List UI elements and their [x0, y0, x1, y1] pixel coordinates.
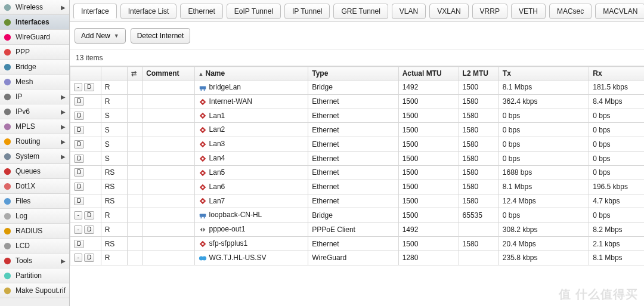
disable-button[interactable]: D [84, 211, 94, 220]
lcd-icon [3, 242, 12, 251]
col-flags[interactable] [101, 67, 128, 81]
sidebar-item-files[interactable]: Files [0, 194, 69, 209]
sidebar-item-mpls[interactable]: MPLS▶ [0, 119, 69, 134]
cell-actions: D [70, 194, 101, 208]
disable-button[interactable]: D [74, 126, 84, 134]
sidebar-item-label: IPv6 [16, 107, 57, 116]
sidebar-item-mesh[interactable]: Mesh [0, 75, 69, 89]
tab-interface[interactable]: Interface [73, 4, 117, 19]
cell-name: Lan5 [194, 165, 308, 180]
add-new-button[interactable]: Add New ▼ [75, 28, 126, 44]
cell-reorder [128, 152, 143, 166]
disable-button[interactable]: D [84, 254, 94, 262]
tab-ip-tunnel[interactable]: IP Tunnel [284, 4, 330, 19]
cell-actual-mtu: 1500 [398, 94, 459, 109]
sidebar-item-ipv6[interactable]: IPv6▶ [0, 104, 69, 119]
disable-button[interactable]: D [74, 97, 84, 106]
cell-actual-mtu: 1500 [398, 165, 459, 180]
collapse-button[interactable]: - [74, 211, 82, 220]
table-row[interactable]: DSLan4Ethernet150015800 bps0 bps [70, 152, 644, 166]
svg-point-17 [4, 257, 11, 264]
tab-vlan[interactable]: VLAN [392, 4, 426, 19]
tab-ethernet[interactable]: Ethernet [180, 4, 222, 19]
tab-vxlan[interactable]: VXLAN [429, 4, 468, 19]
col-rx[interactable]: Rx [589, 67, 644, 81]
system-icon [3, 152, 12, 161]
disable-button[interactable]: D [74, 112, 84, 120]
col-l2-mtu[interactable]: L2 MTU [459, 67, 499, 81]
sidebar-item-interfaces[interactable]: Interfaces [0, 15, 69, 30]
table-row[interactable]: -DRbridgeLanBridge149215008.1 Mbps181.5 … [70, 81, 644, 95]
cell-type: PPPoE Client [308, 222, 398, 237]
sidebar-item-tools[interactable]: Tools▶ [0, 254, 69, 268]
disable-button[interactable]: D [74, 197, 84, 205]
sidebar-item-label: Bridge [16, 63, 66, 71]
col-type[interactable]: Type [308, 67, 398, 81]
sidebar-item-bridge[interactable]: Bridge [0, 60, 69, 75]
cell-flags: RS [101, 194, 128, 208]
col-actions[interactable] [70, 67, 101, 81]
cell-tx: 362.4 kbps [499, 94, 589, 109]
sidebar-item-log[interactable]: Log [0, 209, 69, 224]
collapse-button[interactable]: - [74, 254, 82, 262]
tab-macvlan[interactable]: MACVLAN [595, 4, 644, 19]
disable-button[interactable]: D [74, 240, 84, 248]
tab-vrrp[interactable]: VRRP [472, 4, 507, 19]
sidebar-item-wireguard[interactable]: WireGuard [0, 30, 69, 45]
sidebar-item-partition[interactable]: Partition [0, 268, 69, 283]
sidebar-item-queues[interactable]: Queues [0, 164, 69, 179]
sidebar-item-label: Files [16, 197, 66, 205]
sidebar-item-ppp[interactable]: PPP [0, 45, 69, 60]
table-row[interactable]: -DRWG.TJ.HL-US.SVWireGuard1280235.8 kbps… [70, 251, 644, 265]
sidebar-item-label: Tools [16, 256, 57, 265]
svg-point-8 [4, 123, 11, 129]
table-row[interactable]: DRSsfp-sfpplus1Ethernet1500158020.4 Mbps… [70, 237, 644, 251]
tab-eoip-tunnel[interactable]: EoIP Tunnel [227, 4, 281, 19]
sidebar-item-make-supout-rif[interactable]: Make Supout.rif [0, 283, 69, 298]
cell-tx: 0 bps [499, 123, 589, 137]
table-row[interactable]: DSLan3Ethernet150015800 bps0 bps [70, 137, 644, 152]
col-name[interactable]: ▲Name [194, 67, 308, 81]
table-row[interactable]: DRSLan5Ethernet150015801688 bps0 bps [70, 165, 644, 180]
table-row[interactable]: DRSLan6Ethernet150015808.1 Mbps196.5 kbp… [70, 180, 644, 194]
disable-button[interactable]: D [84, 225, 94, 234]
svg-point-15 [4, 227, 11, 234]
collapse-button[interactable]: - [74, 225, 82, 234]
cell-rx: 0 bps [589, 123, 644, 137]
table-row[interactable]: -DRpppoe-out1PPPoE Client1492308.2 kbps8… [70, 222, 644, 237]
sidebar-item-dot1x[interactable]: Dot1X [0, 179, 69, 194]
tab-macsec[interactable]: MACsec [549, 4, 592, 19]
cell-rx: 8.1 Mbps [589, 251, 644, 265]
cell-comment [143, 123, 194, 137]
toolbar: Add New ▼ Detect Internet [70, 22, 644, 50]
disable-button[interactable]: D [74, 140, 84, 149]
svg-rect-22 [203, 89, 205, 91]
disable-button[interactable]: D [74, 183, 84, 191]
sidebar-item-radius[interactable]: RADIUS [0, 224, 69, 239]
col-reorder[interactable]: ⇄ [128, 67, 143, 81]
disable-button[interactable]: D [84, 83, 94, 91]
cell-reorder [128, 165, 143, 180]
tab-veth[interactable]: VETH [511, 4, 546, 19]
collapse-button[interactable]: - [74, 83, 82, 91]
col-tx[interactable]: Tx [499, 67, 589, 81]
sidebar-item-wireless[interactable]: Wireless▶ [0, 0, 69, 15]
detect-internet-button[interactable]: Detect Internet [131, 28, 191, 44]
table-row[interactable]: -DRloopback-CN-HLBridge1500655350 bps0 b… [70, 208, 644, 222]
table-row[interactable]: DSLan2Ethernet150015800 bps0 bps [70, 123, 644, 137]
col-actual-mtu[interactable]: Actual MTU [398, 67, 459, 81]
tab-gre-tunnel[interactable]: GRE Tunnel [333, 4, 388, 19]
sidebar-item-lcd[interactable]: LCD [0, 239, 69, 254]
disable-button[interactable]: D [74, 168, 84, 177]
disable-button[interactable]: D [74, 154, 84, 163]
cell-actions: -D [70, 208, 101, 222]
table-row[interactable]: DSLan1Ethernet150015800 bps0 bps [70, 109, 644, 123]
table-row[interactable]: DRInternet-WANEthernet15001580362.4 kbps… [70, 94, 644, 109]
table-row[interactable]: DRSLan7Ethernet1500158012.4 Mbps4.7 kbps [70, 194, 644, 208]
sidebar-item-routing[interactable]: Routing▶ [0, 134, 69, 149]
col-comment[interactable]: Comment [143, 67, 194, 81]
cell-actions: D [70, 109, 101, 123]
tab-interface-list[interactable]: Interface List [120, 4, 177, 19]
sidebar-item-ip[interactable]: IP▶ [0, 89, 69, 104]
sidebar-item-system[interactable]: System▶ [0, 149, 69, 164]
